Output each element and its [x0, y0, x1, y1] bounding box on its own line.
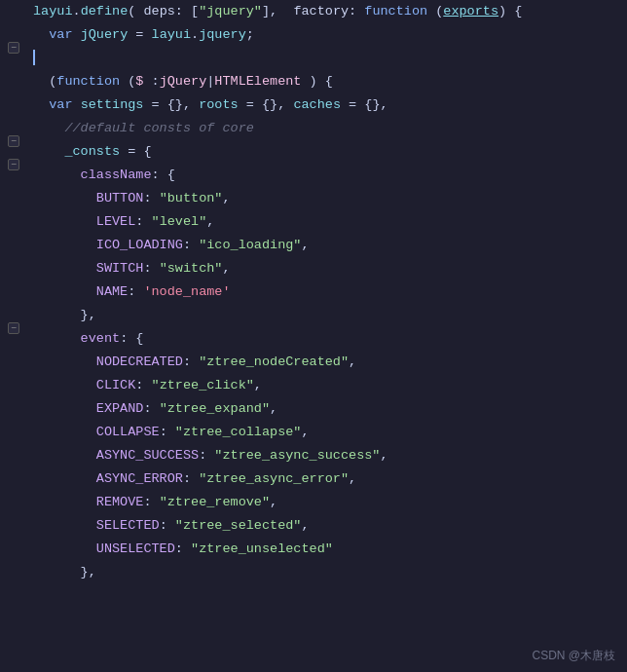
line-content: ASYNC_ERROR: "ztree_async_error",: [27, 468, 627, 490]
code-line: ASYNC_SUCCESS: "ztree_async_success",: [0, 444, 627, 467]
line-content: UNSELECTED: "ztree_unselected": [27, 539, 627, 560]
code-line: (function ($ :jQuery|HTMLElement ) {: [0, 70, 627, 93]
fold-icon[interactable]: −: [8, 322, 19, 334]
line-content: className: {: [27, 165, 627, 186]
line-content: EXPAND: "ztree_expand",: [27, 398, 627, 420]
watermark: CSDN @木唐枝: [532, 648, 615, 664]
line-content: },: [27, 562, 627, 583]
fold-icon[interactable]: −: [8, 159, 19, 170]
code-line: REMOVE: "ztree_remove",: [0, 491, 627, 514]
code-line: COLLAPSE: "ztree_collapse",: [0, 421, 627, 444]
line-content: CLICK: "ztree_click",: [27, 375, 627, 396]
code-line: − _consts = {: [0, 140, 627, 164]
line-content: },: [27, 305, 627, 326]
line-content: ASYNC_SUCCESS: "ztree_async_success",: [27, 445, 627, 467]
code-line: },: [0, 561, 627, 584]
code-line: − event: {: [0, 327, 627, 351]
line-content: event: {: [27, 328, 627, 350]
line-content: NODECREATED: "ztree_nodeCreated",: [27, 352, 627, 373]
line-content: var jQuery = layui.jquery;: [27, 24, 627, 46]
fold-icon[interactable]: −: [8, 42, 19, 54]
code-line: },: [0, 304, 627, 327]
code-line: NAME: 'node_name': [0, 280, 627, 304]
code-line: CLICK: "ztree_click",: [0, 374, 627, 397]
code-line: ASYNC_ERROR: "ztree_async_error",: [0, 467, 627, 491]
code-line: LEVEL: "level",: [0, 210, 627, 234]
code-line: SWITCH: "switch",: [0, 257, 627, 280]
fold-icon[interactable]: −: [8, 135, 19, 147]
line-content: SELECTED: "ztree_selected",: [27, 515, 627, 537]
line-content: SWITCH: "switch",: [27, 258, 627, 280]
code-line: layui.define( deps: ["jquery"], factory:…: [0, 0, 627, 23]
line-content: [27, 48, 627, 69]
line-content: //default consts of core: [27, 118, 627, 139]
line-content: ICO_LOADING: "ico_loading",: [27, 235, 627, 256]
line-content: COLLAPSE: "ztree_collapse",: [27, 422, 627, 443]
line-content: (function ($ :jQuery|HTMLElement ) {: [27, 71, 627, 93]
code-line: SELECTED: "ztree_selected",: [0, 514, 627, 538]
code-line: ICO_LOADING: "ico_loading",: [0, 234, 627, 257]
code-line: − className: {: [0, 164, 627, 187]
code-line: var jQuery = layui.jquery;: [0, 23, 627, 47]
line-content: REMOVE: "ztree_remove",: [27, 492, 627, 513]
line-content: BUTTON: "button",: [27, 188, 627, 209]
code-line: BUTTON: "button",: [0, 187, 627, 210]
line-content: LEVEL: "level",: [27, 211, 627, 233]
line-content: layui.define( deps: ["jquery"], factory:…: [27, 1, 627, 22]
code-line: //default consts of core: [0, 117, 627, 140]
code-line: −: [0, 47, 627, 70]
code-line: EXPAND: "ztree_expand",: [0, 397, 627, 421]
code-line: var settings = {}, roots = {}, caches = …: [0, 93, 627, 117]
code-line: NODECREATED: "ztree_nodeCreated",: [0, 351, 627, 374]
line-content: NAME: 'node_name': [27, 281, 627, 303]
code-editor: layui.define( deps: ["jquery"], factory:…: [0, 0, 627, 672]
line-content: var settings = {}, roots = {}, caches = …: [27, 94, 627, 116]
code-line: UNSELECTED: "ztree_unselected": [0, 538, 627, 561]
line-content: _consts = {: [27, 141, 627, 163]
